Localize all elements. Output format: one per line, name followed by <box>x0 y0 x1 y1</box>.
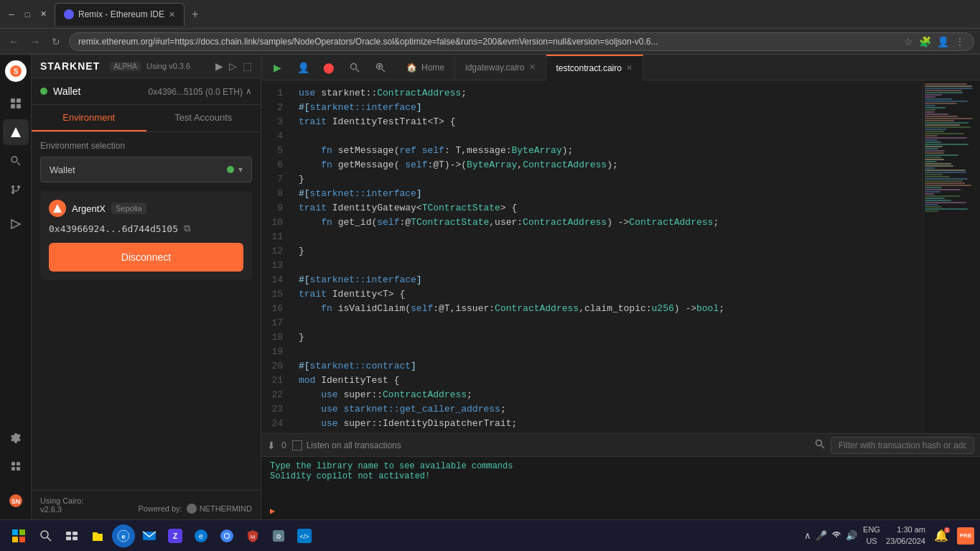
plugin-panel: STARKNET ALPHA Using v0.3.6 ▶ ▷ ⬚ Wallet… <box>32 55 261 519</box>
taskbar-browser-icon[interactable]: e <box>112 524 135 547</box>
transaction-counter: 0 <box>281 440 286 450</box>
listen-checkbox[interactable] <box>292 440 302 450</box>
svg-point-6 <box>11 157 17 162</box>
plugin-header-icons: ▶ ▷ ⬚ <box>215 60 252 72</box>
plugin-header: STARKNET ALPHA Using v0.3.6 ▶ ▷ ⬚ <box>32 55 261 78</box>
maximize-button[interactable]: □ <box>22 9 33 20</box>
forward-button[interactable]: → <box>27 34 43 49</box>
notification-center[interactable]: 🔔 1 <box>931 526 951 546</box>
taskbar-network-icon[interactable] <box>831 529 841 542</box>
sidebar-deploy-icon[interactable] <box>3 119 29 145</box>
tab-idgateway-close-icon[interactable]: ✕ <box>529 62 536 72</box>
filter-search-icon[interactable] <box>815 439 825 451</box>
profile-icon[interactable]: 👤 <box>937 36 949 47</box>
sidebar-plugin-icon[interactable] <box>3 91 29 116</box>
filter-input[interactable] <box>831 437 974 454</box>
taskbar-mail-icon[interactable] <box>138 524 161 547</box>
svg-rect-5 <box>17 104 21 108</box>
network-badge: Sepolia <box>111 203 146 214</box>
sidebar-compile-icon[interactable] <box>3 211 29 237</box>
taskbar-taskview-icon[interactable] <box>60 524 83 547</box>
taskbar-security-icon[interactable]: M <box>241 524 264 547</box>
extension-icon[interactable]: 🧩 <box>919 36 931 47</box>
new-tab-button[interactable]: + <box>187 6 202 22</box>
window-controls: ─ □ ✕ <box>6 9 49 20</box>
editor-toolbar: ▶ 👤 ⬤ 🏠 Home idgateway.cairo ✕ testcon <box>261 55 980 80</box>
svg-rect-28 <box>19 529 25 535</box>
tab-home[interactable]: 🏠 Home <box>396 55 455 80</box>
env-chevron-icon: ▾ <box>238 165 243 175</box>
account-button[interactable]: 👤 <box>293 57 313 78</box>
tab-testcontract-close-icon[interactable]: ✕ <box>626 63 633 73</box>
wallet-chevron-icon[interactable]: ∧ <box>246 86 252 96</box>
svg-point-25 <box>816 440 822 446</box>
taskbar-sys-icons: ∧ 🎤 🔊 <box>804 529 857 542</box>
browser-tab[interactable]: Remix - Ethereum IDE ✕ <box>55 3 185 26</box>
code-content[interactable]: use starknet::ContractAddress;#[starknet… <box>290 80 923 433</box>
menu-icon[interactable]: ⋮ <box>955 36 965 47</box>
sidebar-search-icon[interactable] <box>3 148 29 174</box>
plugin-layout-icon[interactable]: ⬚ <box>243 60 252 72</box>
taskbar-edge-icon[interactable]: e <box>190 524 213 547</box>
sidebar-extensions-icon[interactable] <box>3 453 29 479</box>
env-select-dropdown[interactable]: Wallet ▾ <box>40 157 252 182</box>
run-button[interactable]: ▶ <box>267 57 287 78</box>
footer-cairo-label: Using Cairo: <box>40 496 84 505</box>
sidebar-starknet-icon[interactable]: SN <box>3 488 29 514</box>
disconnect-button[interactable]: Disconnect <box>49 243 243 272</box>
svg-marker-11 <box>11 220 20 228</box>
tab-test-accounts[interactable]: Test Accounts <box>146 105 261 131</box>
wallet-full-address: 0x43966924...6d744d5105 <box>49 223 178 234</box>
star-icon[interactable]: ☆ <box>904 36 913 47</box>
sidebar-settings-icon[interactable] <box>3 425 29 450</box>
taskbar-search-icon[interactable] <box>34 524 57 547</box>
svg-point-31 <box>41 531 48 538</box>
taskbar-mic-icon[interactable]: 🎤 <box>816 530 827 541</box>
taskbar-up-arrow-icon[interactable]: ∧ <box>804 530 811 541</box>
taskbar-vscode-icon[interactable]: </> <box>293 524 316 547</box>
wallet-address-short: 0x4396...5105 (0.0 ETH) <box>149 87 243 97</box>
taskbar-explorer-icon[interactable] <box>86 524 109 547</box>
svg-line-26 <box>821 445 824 448</box>
editor-tab-list: 🏠 Home idgateway.cairo ✕ testcontract.ca… <box>396 55 974 80</box>
env-select-icons: ▾ <box>227 165 243 175</box>
svg-rect-14 <box>11 467 15 471</box>
browser-tab-bar: Remix - Ethereum IDE ✕ + <box>55 3 974 26</box>
env-label: Environment selection <box>40 141 252 151</box>
reload-button[interactable]: ↻ <box>49 34 63 49</box>
close-button[interactable]: ✕ <box>37 9 49 20</box>
wallet-section: Wallet 0x4396...5105 (0.0 ETH) ∧ <box>32 78 261 105</box>
taskbar-chrome-icon[interactable] <box>215 524 238 547</box>
starknet-logo[interactable]: S <box>5 60 27 82</box>
tab-idgateway-label: idgateway.cairo <box>465 62 525 73</box>
wallet-title: Wallet <box>53 85 80 97</box>
tab-environment[interactable]: Environment <box>32 105 146 131</box>
minimize-button[interactable]: ─ <box>6 9 17 20</box>
svg-rect-3 <box>17 98 21 103</box>
plugin-footer: Using Cairo: v2.6.3 Powered by: NETHERMI… <box>32 490 261 519</box>
record-button[interactable]: ⬤ <box>319 57 339 78</box>
start-button[interactable] <box>6 523 32 549</box>
sidebar-source-icon[interactable] <box>3 177 29 203</box>
tab-idgateway[interactable]: idgateway.cairo ✕ <box>455 55 546 80</box>
svg-marker-18 <box>53 204 62 213</box>
footer-cairo: Using Cairo: v2.6.3 <box>40 496 84 514</box>
tab-testcontract[interactable]: testcontract.cairo ✕ <box>546 55 643 80</box>
zoom-search-button[interactable] <box>370 57 391 78</box>
plugin-forward-icon[interactable]: ▷ <box>229 60 237 72</box>
svg-line-22 <box>382 69 385 72</box>
taskbar-system-icon[interactable]: ⚙ <box>267 524 290 547</box>
svg-line-20 <box>356 69 359 72</box>
search-button[interactable] <box>345 57 365 78</box>
back-button[interactable]: ← <box>6 34 22 49</box>
address-bar[interactable]: remix.ethereum.org/#url=https://docs.cha… <box>69 32 974 51</box>
copy-address-icon[interactable]: ⧉ <box>184 223 190 234</box>
scroll-down-icon[interactable]: ⬇ <box>267 440 276 451</box>
tab-close-icon[interactable]: ✕ <box>169 10 175 19</box>
taskbar-zim-icon[interactable]: Z <box>164 524 187 547</box>
svg-text:S: S <box>13 68 18 75</box>
bottom-prompt: ▶ <box>261 503 980 519</box>
taskbar-language: ENG US <box>863 524 880 547</box>
plugin-run-icon[interactable]: ▶ <box>215 60 223 72</box>
taskbar-volume-icon[interactable]: 🔊 <box>846 530 857 541</box>
